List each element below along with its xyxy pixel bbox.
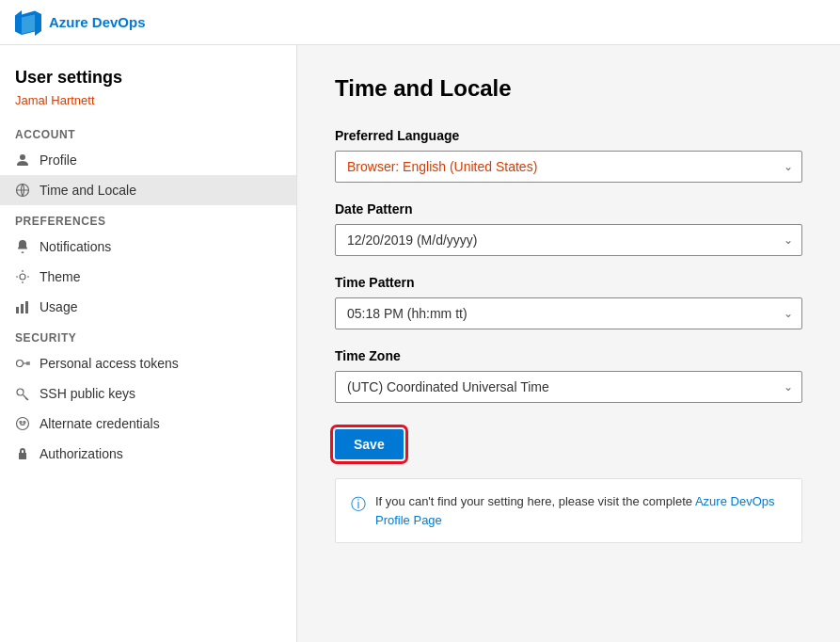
svg-point-13: [17, 389, 24, 395]
date-pattern-select[interactable]: 12/20/2019 (M/d/yyyy)20/12/2019 (d/M/yyy…: [335, 224, 802, 256]
time-pattern-select[interactable]: 05:18 PM (hh:mm tt)17:18 (H:mm)5:18 PM (…: [335, 297, 802, 329]
sidebar-item-time-locale[interactable]: Time and Locale: [0, 175, 296, 205]
svg-point-16: [24, 422, 25, 424]
person-icon: [15, 152, 30, 168]
sidebar-item-alternate-credentials[interactable]: Alternate credentials: [0, 409, 296, 439]
svg-point-1: [20, 274, 25, 280]
sidebar: User settings Jamal Hartnett Account Pro…: [0, 45, 297, 642]
sidebar-item-label-alternate-creds: Alternate credentials: [40, 416, 160, 431]
sidebar-item-profile[interactable]: Profile: [0, 145, 296, 175]
sidebar-item-personal-access-tokens[interactable]: Personal access tokens: [0, 348, 296, 378]
field-label-date-pattern: Date Pattern: [335, 201, 802, 217]
globe-icon: [15, 183, 30, 198]
app-header: Azure DevOps: [0, 0, 840, 45]
token-icon: [15, 356, 30, 371]
theme-icon: [15, 269, 30, 284]
preferred-language-wrapper: Browser: English (United States)English …: [335, 151, 802, 183]
sidebar-item-label-theme: Theme: [40, 269, 81, 284]
sidebar-item-usage[interactable]: Usage: [0, 292, 296, 322]
sidebar-user: Jamal Hartnett: [0, 93, 296, 119]
svg-point-14: [17, 418, 29, 430]
sidebar-item-label-profile: Profile: [40, 152, 77, 168]
section-label-account: Account: [0, 119, 296, 145]
sidebar-item-label-authorizations: Authorizations: [40, 446, 123, 461]
field-label-time-pattern: Time Pattern: [335, 275, 802, 290]
info-icon: ⓘ: [351, 493, 366, 516]
svg-rect-8: [25, 301, 28, 313]
azure-devops-logo-icon: [15, 9, 41, 36]
field-label-preferred-language: Preferred Language: [335, 128, 802, 143]
svg-rect-6: [16, 307, 19, 313]
date-pattern-wrapper: 12/20/2019 (M/d/yyyy)20/12/2019 (d/M/yyy…: [335, 224, 802, 256]
sidebar-item-label-notifications: Notifications: [40, 239, 111, 254]
sidebar-item-label-ssh: SSH public keys: [40, 386, 135, 401]
svg-rect-7: [21, 304, 24, 313]
save-button[interactable]: Save: [335, 429, 404, 459]
svg-point-9: [17, 361, 24, 367]
credentials-icon: [15, 416, 30, 431]
svg-point-15: [20, 422, 22, 424]
field-time-zone: Time Zone (UTC) Coordinated Universal Ti…: [335, 348, 802, 403]
field-time-pattern: Time Pattern 05:18 PM (hh:mm tt)17:18 (H…: [335, 275, 802, 329]
section-label-preferences: Preferences: [0, 205, 296, 232]
sidebar-item-theme[interactable]: Theme: [0, 262, 296, 292]
lock-icon: [15, 446, 30, 461]
sidebar-item-label-pat: Personal access tokens: [40, 356, 179, 371]
key-icon: [15, 386, 30, 401]
preferred-language-select[interactable]: Browser: English (United States)English …: [335, 151, 802, 183]
time-zone-select[interactable]: (UTC) Coordinated Universal Time(UTC-05:…: [335, 371, 802, 403]
sidebar-item-notifications[interactable]: Notifications: [0, 232, 296, 262]
notifications-icon: [15, 239, 30, 254]
time-pattern-wrapper: 05:18 PM (hh:mm tt)17:18 (H:mm)5:18 PM (…: [335, 297, 802, 329]
app-logo[interactable]: Azure DevOps: [15, 9, 146, 36]
info-text: If you can't find your setting here, ple…: [375, 492, 786, 529]
section-label-security: Security: [0, 322, 296, 348]
sidebar-item-authorizations[interactable]: Authorizations: [0, 439, 296, 469]
sidebar-item-label-time-locale: Time and Locale: [40, 183, 136, 198]
field-preferred-language: Preferred Language Browser: English (Uni…: [335, 128, 802, 183]
sidebar-item-label-usage: Usage: [40, 299, 77, 314]
sidebar-item-ssh-public-keys[interactable]: SSH public keys: [0, 378, 296, 409]
sidebar-header: User settings: [0, 60, 296, 91]
sidebar-title: User settings: [15, 68, 281, 88]
field-label-time-zone: Time Zone: [335, 348, 802, 363]
field-date-pattern: Date Pattern 12/20/2019 (M/d/yyyy)20/12/…: [335, 201, 802, 256]
time-zone-wrapper: (UTC) Coordinated Universal Time(UTC-05:…: [335, 371, 802, 403]
app-title: Azure DevOps: [49, 14, 146, 30]
page-title: Time and Locale: [335, 75, 802, 102]
main-content: Time and Locale Preferred Language Brows…: [297, 45, 840, 642]
usage-icon: [15, 299, 30, 314]
info-box: ⓘ If you can't find your setting here, p…: [335, 478, 802, 543]
